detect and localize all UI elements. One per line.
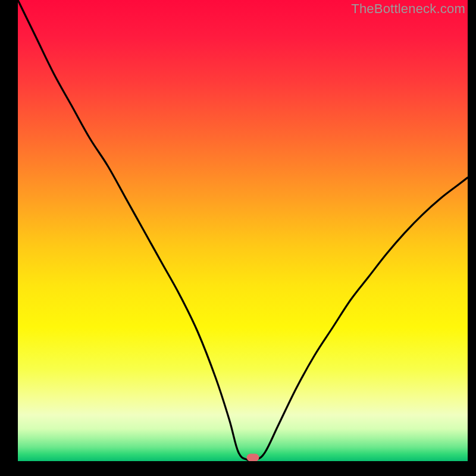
bottleneck-curve bbox=[18, 0, 468, 461]
plot-area bbox=[18, 0, 468, 461]
optimal-marker bbox=[247, 453, 259, 461]
watermark-text: TheBottleneck.com bbox=[351, 1, 465, 17]
chart-frame: TheBottleneck.com bbox=[0, 0, 476, 476]
